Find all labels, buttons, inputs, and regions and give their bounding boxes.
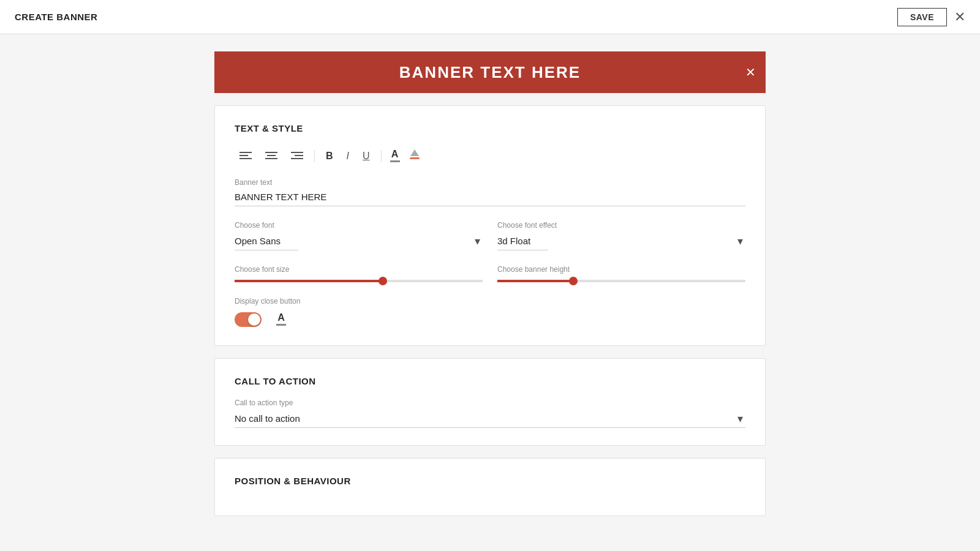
- choose-font-effect-arrow-icon: ▾: [737, 234, 743, 248]
- choose-font-effect-select[interactable]: 3d Float None Shadow Outline: [497, 232, 548, 250]
- svg-rect-2: [239, 158, 252, 159]
- choose-font-effect-label: Choose font effect: [497, 221, 745, 230]
- text-style-title: TEXT & STYLE: [235, 123, 745, 133]
- font-color-button[interactable]: A: [388, 147, 402, 165]
- banner-preview-text: BANNER TEXT HERE: [399, 63, 581, 82]
- align-right-button[interactable]: [286, 147, 308, 165]
- toggle-row: A: [235, 310, 745, 328]
- close-button[interactable]: ✕: [954, 10, 965, 24]
- cta-section-title: CALL TO ACTION: [235, 376, 745, 386]
- font-size-slider-wrapper: Choose font size: [235, 265, 483, 282]
- font-a-underline-icon: [276, 324, 286, 326]
- top-bar-actions: SAVE ✕: [897, 8, 965, 26]
- font-size-label: Choose font size: [235, 265, 483, 274]
- svg-rect-3: [265, 152, 277, 153]
- text-style-card: TEXT & STYLE: [214, 105, 766, 346]
- top-bar: CREATE BANNER SAVE ✕: [0, 0, 980, 34]
- bold-button[interactable]: B: [321, 147, 338, 165]
- italic-button[interactable]: I: [342, 147, 354, 165]
- banner-preview: BANNER TEXT HERE ✕: [214, 51, 766, 93]
- main-content: BANNER TEXT HERE ✕ TEXT & STYLE: [0, 34, 980, 533]
- align-center-button[interactable]: [260, 147, 282, 165]
- svg-rect-1: [239, 155, 248, 156]
- background-color-button[interactable]: [406, 146, 423, 166]
- cta-type-select[interactable]: No call to action Button Link: [235, 410, 745, 428]
- font-color-a-icon: A: [391, 149, 399, 159]
- choose-font-select[interactable]: Open Sans Arial Roboto Lato Montserrat: [235, 232, 298, 250]
- position-behaviour-card: POSITION & BEHAVIOUR: [214, 458, 766, 516]
- banner-preview-close-button[interactable]: ✕: [745, 65, 756, 80]
- banner-text-label: Banner text: [235, 178, 745, 187]
- display-close-label: Display close button: [235, 297, 745, 305]
- font-dropdowns-row: Choose font Open Sans Arial Roboto Lato …: [235, 221, 745, 250]
- svg-rect-9: [410, 157, 420, 159]
- italic-icon: I: [347, 151, 349, 162]
- font-color-a-button[interactable]: A: [274, 310, 288, 328]
- text-toolbar: B I U A: [235, 146, 745, 166]
- underline-button[interactable]: U: [358, 147, 375, 165]
- font-size-slider[interactable]: [235, 280, 483, 282]
- svg-rect-0: [239, 152, 252, 153]
- bold-icon: B: [326, 151, 333, 162]
- svg-rect-8: [291, 158, 303, 159]
- svg-rect-5: [265, 158, 277, 159]
- cta-type-label: Call to action type: [235, 399, 745, 407]
- toggle-thumb: [248, 313, 260, 326]
- svg-rect-4: [267, 155, 276, 156]
- choose-font-dropdown-container: Open Sans Arial Roboto Lato Montserrat ▾: [235, 232, 483, 250]
- display-close-button-section: Display close button A: [235, 297, 745, 328]
- fill-color-icon: [409, 148, 421, 163]
- underline-icon: U: [363, 151, 370, 162]
- svg-rect-6: [291, 152, 303, 153]
- banner-text-input[interactable]: [235, 189, 745, 206]
- save-button[interactable]: SAVE: [897, 8, 947, 26]
- cta-type-wrapper: Call to action type No call to action Bu…: [235, 399, 745, 428]
- choose-font-effect-wrapper: Choose font effect 3d Float None Shadow …: [497, 221, 745, 250]
- font-color-underline: [390, 160, 400, 162]
- display-close-toggle[interactable]: [235, 312, 262, 327]
- banner-height-slider[interactable]: [497, 280, 745, 282]
- page-title: CREATE BANNER: [15, 12, 97, 22]
- choose-font-label: Choose font: [235, 221, 483, 230]
- call-to-action-card: CALL TO ACTION Call to action type No ca…: [214, 358, 766, 446]
- svg-rect-7: [295, 155, 303, 156]
- position-behaviour-title: POSITION & BEHAVIOUR: [235, 476, 745, 486]
- choose-font-wrapper: Choose font Open Sans Arial Roboto Lato …: [235, 221, 483, 250]
- toolbar-separator-2: [381, 150, 382, 162]
- banner-height-slider-wrapper: Choose banner height: [497, 265, 745, 282]
- cta-type-dropdown-container: No call to action Button Link ▾: [235, 410, 745, 428]
- banner-height-label: Choose banner height: [497, 265, 745, 274]
- choose-font-arrow-icon: ▾: [475, 234, 480, 248]
- banner-text-field-wrapper: Banner text: [235, 178, 745, 221]
- choose-font-effect-dropdown-container: 3d Float None Shadow Outline ▾: [497, 232, 745, 250]
- align-left-button[interactable]: [235, 147, 257, 165]
- toolbar-separator-1: [314, 150, 315, 162]
- font-a-text-icon: A: [277, 313, 285, 323]
- sliders-row: Choose font size Choose banner height: [235, 265, 745, 282]
